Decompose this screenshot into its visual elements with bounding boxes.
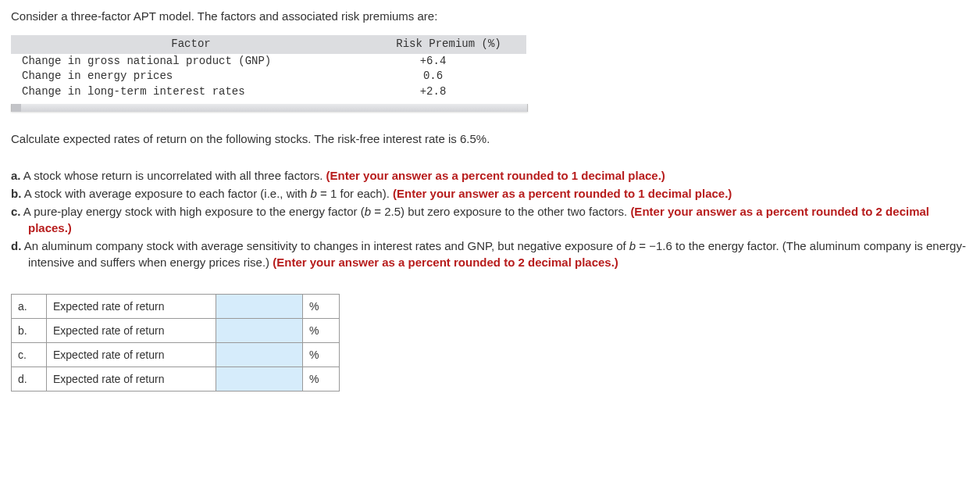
factor-cell: Change in long-term interest rates bbox=[11, 84, 371, 100]
unit-label: % bbox=[303, 367, 340, 392]
table-row: Change in energy prices 0.6 bbox=[11, 69, 526, 84]
question-b: b. A stock with average exposure to each… bbox=[11, 185, 969, 202]
question-text: A pure-play energy stock with high expos… bbox=[21, 205, 365, 218]
answer-label: Expected rate of return bbox=[47, 367, 216, 392]
premium-cell: +6.4 bbox=[371, 54, 526, 70]
answer-label: Expected rate of return bbox=[47, 343, 216, 367]
question-list: a. A stock whose return is uncorrelated … bbox=[11, 167, 969, 270]
answer-row: b. Expected rate of return % bbox=[12, 319, 340, 343]
answer-input-d[interactable] bbox=[216, 367, 302, 391]
variable-b: b bbox=[629, 239, 636, 252]
question-letter: b. bbox=[11, 187, 21, 200]
question-text: A stock with average exposure to each fa… bbox=[21, 187, 310, 200]
factor-cell: Change in energy prices bbox=[11, 69, 371, 84]
question-letter: c. bbox=[11, 205, 21, 218]
question-letter: a. bbox=[11, 169, 21, 182]
answer-row: a. Expected rate of return % bbox=[12, 295, 340, 319]
question-letter: d. bbox=[11, 239, 21, 252]
factor-header: Factor bbox=[11, 35, 371, 54]
unit-label: % bbox=[303, 343, 340, 367]
answer-letter: d. bbox=[12, 367, 47, 392]
premium-cell: +2.8 bbox=[371, 84, 526, 100]
question-text: A stock whose return is uncorrelated wit… bbox=[21, 169, 326, 182]
answer-letter: a. bbox=[12, 295, 47, 319]
unit-label: % bbox=[303, 319, 340, 343]
question-hint: (Enter your answer as a percent rounded … bbox=[393, 187, 732, 200]
answer-letter: c. bbox=[12, 343, 47, 367]
factor-table: Factor Risk Premium (%) Change in gross … bbox=[11, 35, 526, 99]
answer-label: Expected rate of return bbox=[47, 319, 216, 343]
answer-input-c[interactable] bbox=[216, 343, 302, 366]
question-c: c. A pure-play energy stock with high ex… bbox=[11, 203, 969, 236]
answer-input-a[interactable] bbox=[216, 295, 302, 318]
intro-text: Consider a three-factor APT model. The f… bbox=[11, 8, 969, 24]
answer-input-b[interactable] bbox=[216, 319, 302, 342]
table-row: Change in gross national product (GNP) +… bbox=[11, 54, 526, 70]
question-hint: (Enter your answer as a percent rounded … bbox=[273, 256, 618, 269]
question-text: = 2.5) but zero exposure to the other tw… bbox=[371, 205, 630, 218]
question-text: An aluminum company stock with average s… bbox=[21, 239, 629, 252]
answer-row: d. Expected rate of return % bbox=[12, 367, 340, 392]
answer-row: c. Expected rate of return % bbox=[12, 343, 340, 367]
question-text: = 1 for each). bbox=[317, 187, 393, 200]
table-scrollbar[interactable] bbox=[11, 104, 528, 112]
premium-cell: 0.6 bbox=[371, 69, 526, 84]
question-a: a. A stock whose return is uncorrelated … bbox=[11, 167, 969, 184]
instruction-text: Calculate expected rates of return on th… bbox=[11, 131, 969, 147]
factor-cell: Change in gross national product (GNP) bbox=[11, 54, 371, 70]
answer-letter: b. bbox=[12, 319, 47, 343]
variable-b: b bbox=[365, 205, 371, 218]
variable-b: b bbox=[311, 187, 317, 200]
answer-table: a. Expected rate of return % b. Expected… bbox=[11, 294, 340, 392]
question-d: d. An aluminum company stock with averag… bbox=[11, 238, 969, 270]
question-hint: (Enter your answer as a percent rounded … bbox=[326, 169, 665, 182]
unit-label: % bbox=[303, 295, 340, 319]
answer-label: Expected rate of return bbox=[47, 295, 216, 319]
premium-header: Risk Premium (%) bbox=[371, 35, 526, 54]
table-row: Change in long-term interest rates +2.8 bbox=[11, 84, 526, 100]
